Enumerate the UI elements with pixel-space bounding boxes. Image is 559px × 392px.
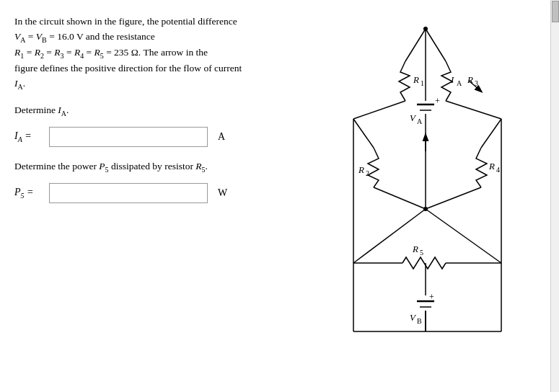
p5-label: P5 = [14, 184, 43, 202]
ia-input-row: IA = A [14, 127, 274, 147]
ia-label: IA = [14, 128, 43, 146]
VA-plus: + [435, 96, 440, 106]
wire-R1-end-to-left [353, 101, 405, 119]
wire-R2-end-to-bottom [374, 187, 426, 209]
determine-ia-label: Determine IA. [14, 102, 274, 120]
R2-label: R [358, 164, 364, 175]
main-container: In the circuit shown in the figure, the … [0, 0, 559, 392]
R5-label: R [412, 244, 418, 254]
R3-subscript: 3 [475, 79, 478, 87]
wire-top-to-R3-start [426, 29, 446, 61]
top-node-dot [423, 27, 428, 31]
ia-input[interactable] [49, 127, 208, 147]
text-line1: In the circuit shown in the figure, the … [14, 16, 237, 27]
wire-R3-end-to-right [446, 101, 501, 119]
text-ia: IA. [14, 78, 25, 89]
text-va-vb: VA = VB = 16.0 V and the resistance [14, 31, 155, 42]
VB-subscript: B [417, 317, 422, 325]
wire-top-to-R1-start [405, 29, 426, 61]
scrollbar-thumb[interactable] [552, 1, 559, 22]
R4-label: R [488, 161, 495, 172]
R3-label: R [467, 74, 473, 85]
VA-label: V [410, 112, 417, 123]
wire-right-to-R4-start [481, 119, 501, 148]
problem-text: In the circuit shown in the figure, the … [14, 14, 274, 92]
VB-label: V [410, 312, 417, 323]
R4-resistor [476, 148, 487, 187]
R5-resistor [402, 257, 446, 269]
wire-bottom-to-right-bottom [426, 209, 501, 263]
p5-input[interactable] [49, 183, 208, 203]
bottom-diamond-dot [423, 207, 428, 211]
ia-unit: A [218, 129, 225, 145]
wire-left-to-R2-start [353, 119, 374, 148]
p5-input-row: P5 = W [14, 183, 274, 203]
R2-subscript: 2 [366, 169, 369, 177]
R2-resistor [368, 148, 379, 187]
R1-resistor [399, 61, 410, 101]
R4-subscript: 4 [496, 166, 500, 174]
R1-subscript: 1 [421, 79, 424, 87]
R1-label: R [413, 74, 419, 85]
p5-unit: W [218, 185, 227, 201]
text-arrow: figure defines the positive direction fo… [14, 63, 242, 74]
wire-R4-end-to-bottom [426, 187, 481, 209]
determine-p5-label: Determine the power P5 dissipated by res… [14, 159, 274, 176]
right-panel: R 1 I [289, 0, 559, 392]
left-panel: In the circuit shown in the figure, the … [0, 0, 289, 392]
wire-bottom-to-left-bottom [353, 209, 426, 263]
IA-subscript: A [457, 79, 462, 87]
IA-label: I [450, 74, 454, 85]
scrollbar[interactable] [550, 0, 559, 392]
circuit-svg: R 1 I [296, 7, 555, 382]
text-resistances: R1 = R2 = R3 = R4 = R5 = 235 Ω. The arro… [14, 47, 208, 58]
VA-subscript: A [417, 117, 423, 125]
circuit-area: R 1 I [296, 7, 549, 385]
R5-subscript: 5 [420, 249, 423, 257]
